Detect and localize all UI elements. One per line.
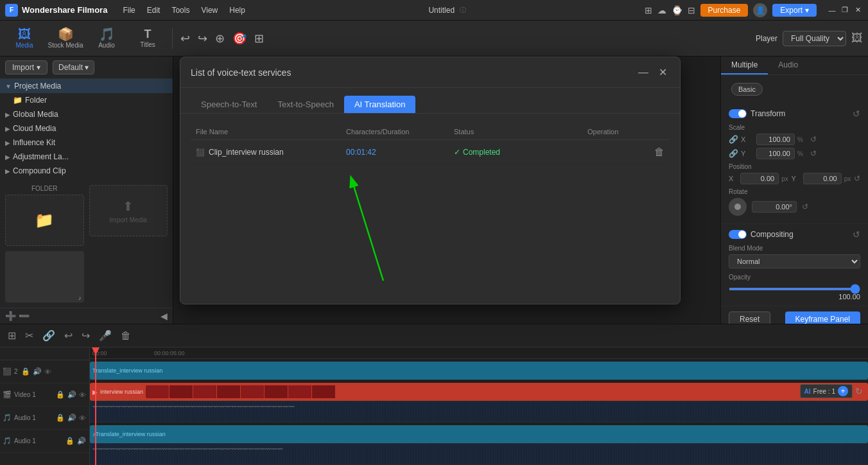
- redo-button[interactable]: ↪: [195, 29, 210, 48]
- add-folder-icon[interactable]: ➕: [5, 311, 16, 321]
- video1-eye-btn[interactable]: 👁: [78, 390, 87, 399]
- track2-volume-btn[interactable]: 🔊: [32, 367, 42, 376]
- collapse-icon[interactable]: ◀: [161, 311, 168, 321]
- snapshot-icon[interactable]: 🖼: [851, 31, 863, 45]
- playhead[interactable]: [95, 347, 96, 465]
- tab-speech-to-text[interactable]: Speech-to-Text: [191, 96, 267, 113]
- import-button[interactable]: Import ▾: [5, 60, 48, 75]
- scale-label: Scale: [729, 124, 860, 131]
- icon1[interactable]: ⊞: [645, 5, 652, 15]
- tree-item-influence-kit[interactable]: ▶ Influence Kit: [0, 136, 173, 150]
- compositing-reset-icon[interactable]: ↺: [853, 229, 860, 240]
- tree-item-cloud-media[interactable]: ▶ Cloud Media: [0, 121, 173, 136]
- icon4[interactable]: ⊟: [688, 5, 695, 15]
- file-name-cell: ⬛ Clip_interview russian: [196, 148, 341, 157]
- dialog-close-button[interactable]: ✕: [656, 65, 670, 80]
- remove-icon[interactable]: ➖: [19, 311, 30, 321]
- voice-text-button[interactable]: 🎤: [96, 328, 114, 343]
- icon2[interactable]: ☁: [657, 5, 666, 15]
- tab-text-to-speech[interactable]: Text-to-Speech: [267, 96, 343, 113]
- tree-item-project-media[interactable]: ▼ Project Media: [0, 79, 173, 93]
- menu-file[interactable]: File: [117, 4, 140, 16]
- delete-button[interactable]: 🗑: [118, 329, 134, 343]
- video-clip[interactable]: ▶ interview russian: [90, 383, 868, 401]
- toolbar-stock-media[interactable]: 📦 Stock Media: [46, 22, 85, 55]
- toolbar-audio[interactable]: 🎵 Audio: [87, 22, 126, 55]
- subtitle-clip[interactable]: Translate_interview russian: [90, 362, 868, 380]
- minimize-button[interactable]: —: [827, 5, 837, 15]
- rotate-label: Rotate: [729, 188, 860, 195]
- delete-icon[interactable]: 🗑: [654, 146, 664, 158]
- undo-button[interactable]: ↩: [178, 29, 193, 48]
- keyframe-panel-button[interactable]: Keyframe Panel: [785, 311, 860, 324]
- subtitle-track: Translate_interview russian: [90, 359, 868, 380]
- avatar-icon[interactable]: 👤: [753, 3, 767, 17]
- audio-translate-clip[interactable]: ♪ Translate_interview russian: [90, 425, 868, 443]
- redo-tl-button[interactable]: ↪: [79, 328, 92, 343]
- menu-view[interactable]: View: [196, 4, 223, 16]
- import-media-area[interactable]: ⬆ Import Media: [89, 185, 168, 236]
- layout-button[interactable]: ⊞: [252, 29, 266, 48]
- tree-item-adjustment[interactable]: ▶ Adjustment La...: [0, 150, 173, 164]
- opacity-slider[interactable]: [729, 288, 860, 290]
- scale-x-reset[interactable]: ↺: [810, 135, 817, 144]
- cut-button[interactable]: ✂: [22, 328, 36, 343]
- menu-help[interactable]: Help: [224, 4, 250, 16]
- audio1-lock-btn[interactable]: 🔒: [55, 413, 65, 423]
- effects-button[interactable]: 🎯: [230, 29, 249, 48]
- track2-eye-btn[interactable]: 👁: [44, 367, 52, 376]
- magnet-button[interactable]: 🔗: [40, 328, 58, 343]
- link-y-icon: 🔗: [729, 149, 738, 158]
- audio1-eye-btn[interactable]: 👁: [78, 413, 87, 423]
- tab-multiple[interactable]: Multiple: [721, 57, 768, 75]
- media-item-folder[interactable]: 📁: [5, 195, 84, 246]
- blend-mode-select[interactable]: Normal Multiply Screen Overlay: [729, 254, 860, 268]
- audio2-lock-btn[interactable]: 🔒: [65, 436, 75, 446]
- icon3[interactable]: ⌚: [672, 5, 682, 15]
- tree-item-compound-clip[interactable]: ▶ Compound Clip: [0, 164, 173, 178]
- scale-x-input[interactable]: [756, 134, 795, 145]
- media-item-1[interactable]: ♪: [5, 251, 84, 303]
- menu-edit[interactable]: Edit: [142, 4, 166, 16]
- track2-lock-btn[interactable]: 🔒: [21, 367, 31, 376]
- pos-reset[interactable]: ↺: [854, 174, 860, 183]
- cursor-button[interactable]: ↩: [62, 328, 75, 343]
- default-button[interactable]: Default ▾: [53, 60, 94, 75]
- video1-volume-btn[interactable]: 🔊: [67, 390, 77, 399]
- tree-item-folder[interactable]: 📁 Folder: [0, 93, 173, 107]
- tab-audio[interactable]: Audio: [768, 57, 808, 75]
- ai-add-button[interactable]: +: [838, 386, 848, 396]
- rotate-dial[interactable]: [729, 198, 747, 216]
- ai-refresh-button[interactable]: ↻: [855, 386, 863, 396]
- scale-y-input[interactable]: [756, 148, 795, 159]
- audio2-volume-btn[interactable]: 🔊: [76, 436, 87, 446]
- basic-button[interactable]: Basic: [731, 83, 763, 96]
- compositing-toggle[interactable]: [729, 230, 747, 239]
- pos-x-input[interactable]: [740, 173, 779, 184]
- tree-item-global-media[interactable]: ▶ Global Media: [0, 107, 173, 121]
- close-button[interactable]: ✕: [853, 5, 863, 15]
- pos-y-input[interactable]: [803, 173, 842, 184]
- export-button[interactable]: Export ▾: [772, 4, 817, 17]
- rotate-reset[interactable]: ↺: [802, 202, 808, 211]
- toolbar-titles[interactable]: T Titles: [128, 22, 167, 55]
- menu-tools[interactable]: Tools: [166, 4, 195, 16]
- reset-button[interactable]: Reset: [729, 311, 770, 324]
- tab-ai-translation[interactable]: AI Translation: [344, 96, 416, 113]
- dialog-minimize-button[interactable]: —: [636, 65, 651, 80]
- track2-icon: ⬛: [3, 367, 12, 376]
- add-button[interactable]: ⊕: [213, 29, 227, 48]
- add-track-button[interactable]: ⊞: [5, 328, 19, 343]
- scale-y-reset[interactable]: ↺: [810, 149, 817, 158]
- purchase-button[interactable]: Purchase: [700, 4, 749, 17]
- rotate-input[interactable]: [752, 201, 797, 213]
- scale-group: Scale 🔗 X % ↺ 🔗 Y % ↺: [729, 124, 860, 159]
- toolbar-media[interactable]: 🖼 Media: [5, 22, 44, 55]
- maximize-button[interactable]: ❐: [840, 5, 850, 15]
- transform-reset-icon[interactable]: ↺: [853, 109, 860, 119]
- audio-icon: 🎵: [99, 28, 115, 40]
- audio1-volume-btn[interactable]: 🔊: [67, 413, 77, 423]
- transform-toggle[interactable]: [729, 109, 747, 118]
- quality-select[interactable]: Full Quality: [783, 31, 846, 46]
- video1-lock-btn[interactable]: 🔒: [55, 390, 65, 399]
